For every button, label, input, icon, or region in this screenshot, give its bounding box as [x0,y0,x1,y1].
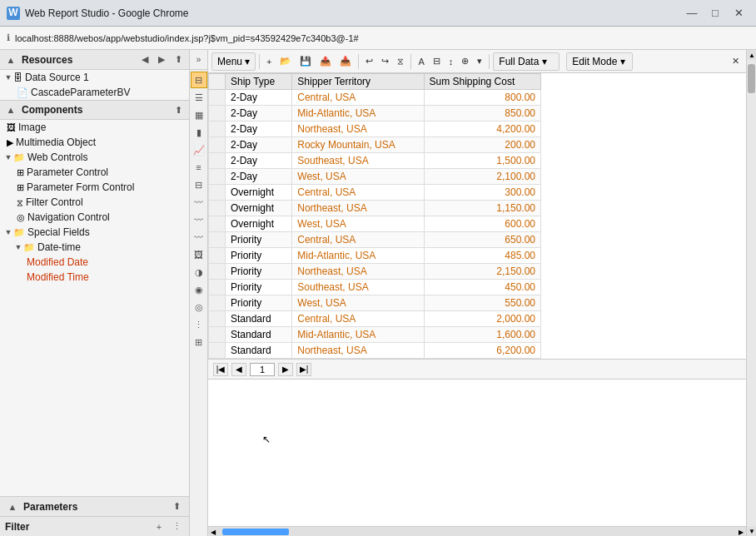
components-expand[interactable]: ⬆ [171,102,186,117]
date-time-group[interactable]: ▼ 📁 Date-time [0,240,189,255]
strip-icon-image[interactable]: 🖼 [191,246,207,263]
strip-icon-chart-line[interactable]: 📈 [191,141,207,158]
ds-toggle[interactable]: ▼ [3,72,13,82]
navigation-control-item[interactable]: ◎ Navigation Control [0,210,189,225]
strip-icon-chart-bar[interactable]: ▮ [191,124,207,141]
cascade-param-item[interactable]: 📄 CascadeParameterBV [0,85,189,100]
date-time-toggle[interactable]: ▼ [13,242,23,252]
strip-icon-pie[interactable]: ◑ [191,264,207,280]
scroll-up-btn[interactable]: ▲ [747,50,756,60]
undo-btn[interactable]: ↩ [362,52,376,71]
filter-add-btn[interactable]: + [152,519,167,534]
special-fields-group[interactable]: ▼ 📁 Special Fields [0,225,189,240]
h-scroll-thumb[interactable] [222,529,289,535]
redo-btn[interactable]: ↪ [378,52,392,71]
menu-button[interactable]: Menu ▾ [211,52,256,71]
table-row: PriorityWest, USA550.00 [209,295,541,311]
right-scrollbar[interactable]: ▲ ▼ [746,50,756,536]
text-btn[interactable]: A [415,52,427,71]
import-btn[interactable]: 📥 [336,52,355,71]
data-source-item[interactable]: ▼ 🗄 Data Source 1 [0,70,189,85]
page-prev-btn[interactable]: ◀ [231,363,246,376]
scroll-left-btn[interactable]: ◀ [208,527,218,536]
page-last-btn[interactable]: ▶| [296,363,311,376]
strip-icon-grid[interactable]: ⊞ [191,334,207,350]
strip-icon-layout2[interactable]: ▦ [191,107,207,123]
v-scroll-thumb[interactable] [748,64,755,93]
ds-icon: 🗄 [13,72,22,82]
more-btn[interactable]: ▾ [474,52,485,71]
cell-ship-type: Standard [226,327,292,343]
sort-btn[interactable]: ↕ [445,52,457,71]
window-controls[interactable]: — □ ✕ [681,5,749,22]
special-fields-toggle[interactable]: ▼ [3,227,13,237]
resources-collapse-btn[interactable]: ▲ [3,52,18,67]
close-toolbar-btn[interactable]: ✕ [729,52,743,71]
full-data-label: Full Data [499,56,539,67]
parameters-title: Parameters [23,501,77,513]
save-btn[interactable]: 💾 [296,52,315,71]
scroll-right-btn[interactable]: ▶ [736,527,746,536]
web-controls-toggle[interactable]: ▼ [3,152,13,162]
image-item[interactable]: 🖼 Image [0,120,189,135]
strip-icon-gauge[interactable]: ◉ [191,281,207,298]
param-control-item[interactable]: ⊞ Parameter Control [0,165,189,180]
v-scrollbar-track[interactable] [747,60,756,526]
cell-territory: West, USA [292,169,424,185]
strip-icon-wave3[interactable]: 〰 [191,229,207,246]
table-row: PrioritySoutheast, USA450.00 [209,280,541,295]
strip-icon-dots[interactable]: ⋮ [191,316,207,333]
scroll-down-btn[interactable]: ▼ [747,526,756,536]
filter-menu-btn[interactable]: ⋮ [169,519,184,534]
new-btn[interactable]: + [263,52,275,71]
resources-controls[interactable]: ◀ ▶ ⬆ [137,52,186,67]
strip-top-arrow[interactable]: » [190,50,207,70]
modified-time-item[interactable]: Modified Time [0,270,189,285]
table-body: 2-DayCentral, USA800.002-DayMid-Atlantic… [209,90,541,359]
cell-ship-type: Overnight [226,201,292,216]
close-window-button[interactable]: ✕ [728,5,749,22]
resources-nav-left[interactable]: ◀ [137,52,152,67]
cell-ship-type: Standard [226,311,292,327]
strip-icon-wave[interactable]: 〰 [191,194,207,211]
multimedia-label: Multimedia Object [16,136,96,148]
components-controls[interactable]: ⬆ [171,102,186,117]
page-input[interactable] [250,363,275,376]
open-folder-btn[interactable]: 📂 [276,52,295,71]
strip-icon-wave2[interactable]: 〰 [191,211,207,228]
url-text: localhost:8888/webos/app/webstudio/index… [15,33,749,43]
export-btn[interactable]: 📤 [316,52,335,71]
components-collapse-btn[interactable]: ▲ [3,102,18,117]
modified-date-item[interactable]: Modified Date [0,255,189,270]
cell-ship-type: 2-Day [226,90,292,106]
components-header-left: ▲ Components [3,102,82,117]
align-btn[interactable]: ⊟ [430,52,444,71]
parameters-expand-btn[interactable]: ⬆ [169,499,184,514]
resources-nav-right[interactable]: ▶ [154,52,169,67]
full-data-select[interactable]: Full Data ▾ [493,52,560,71]
maximize-button[interactable]: □ [704,5,726,22]
multimedia-icon: ▶ [7,137,13,148]
group-btn[interactable]: ⊕ [458,52,472,71]
row-number [209,280,226,295]
bottom-scrollbar[interactable]: ◀ ▶ [208,526,746,536]
parameters-collapse-btn[interactable]: ▲ [5,499,20,514]
strip-icon-list2[interactable]: ⊟ [191,176,207,193]
cell-cost: 2,000.00 [424,311,540,327]
param-form-item[interactable]: ⊞ Parameter Form Control [0,180,189,195]
page-first-btn[interactable]: |◀ [213,363,228,376]
edit-mode-select[interactable]: Edit Mode ▾ [566,52,633,71]
strip-icon-layout1[interactable]: ☰ [191,89,207,106]
web-controls-group[interactable]: ▼ 📁 Web Controls [0,150,189,165]
filter-btn[interactable]: ⧖ [394,52,407,71]
row-number [209,153,226,169]
h-scrollbar-track[interactable] [218,527,736,536]
multimedia-item[interactable]: ▶ Multimedia Object [0,135,189,150]
resources-expand[interactable]: ⬆ [171,52,186,67]
filter-control-item[interactable]: ⧖ Filter Control [0,195,189,210]
strip-icon-gauge2[interactable]: ◎ [191,299,207,315]
page-next-btn[interactable]: ▶ [278,363,293,376]
strip-icon-table[interactable]: ⊟ [191,72,207,88]
strip-icon-list[interactable]: ≡ [191,159,207,176]
minimize-button[interactable]: — [681,5,703,22]
